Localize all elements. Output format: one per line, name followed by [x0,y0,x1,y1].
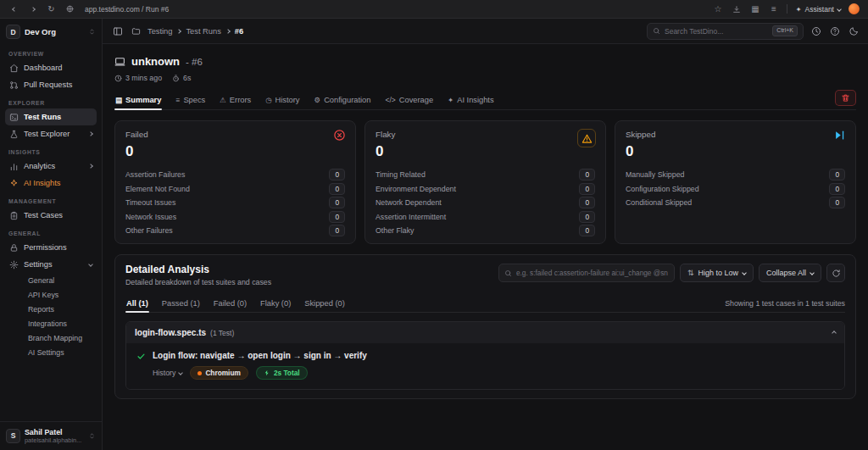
stat-value: 0 [579,183,595,195]
sidebar-item-settings-integrations[interactable]: Integrations [5,316,97,331]
panel-controls: ⇅ High to Low Collapse All [498,264,845,282]
skipped-card-title: Skipped [626,130,845,139]
sparkle-icon [9,179,19,188]
assistant-icon: ✦ [795,5,801,14]
failed-card-rows: Assertion Failures0 Element Not Found0 T… [125,169,345,236]
filter-tab-failed[interactable]: Failed (0) [213,295,248,312]
configuration-icon: ⚙ [314,97,321,104]
sidebar-item-analytics[interactable]: Analytics [5,158,97,175]
sidebar-item-test-cases[interactable]: Test Cases [5,207,97,224]
assistant-button[interactable]: ✦ Assistant [795,5,841,14]
skipped-card: Skipped 0 Manually Skipped0 Configuratio… [615,120,856,244]
sort-icon: ⇅ [687,269,694,277]
panel-titles: Detailed Analysis Detailed breakdown of … [125,264,271,286]
browser-refresh-button[interactable]: ↻ [46,3,57,14]
sidebar-item-pull-requests[interactable]: Pull Requests [5,76,97,93]
org-switcher[interactable]: D Dev Org [0,19,102,44]
download-icon[interactable] [731,3,742,14]
stat-row: Assertion Intermittent0 [376,212,595,223]
delete-run-button[interactable] [835,90,856,106]
address-bar[interactable]: app.testdino.com / Run #6 [85,5,169,14]
theme-toggle-icon[interactable] [847,26,860,36]
bookmark-star-icon[interactable]: ☆ [712,3,723,14]
stat-row: Network Dependent0 [376,197,595,208]
browser-menu-icon[interactable]: ≡ [768,3,779,14]
history-clock-icon[interactable] [810,26,822,36]
breadcrumb-testing[interactable]: Testing [147,27,172,36]
sidebar-item-ai-insights[interactable]: AI Insights [5,175,97,192]
tab-configuration[interactable]: ⚙Configuration [314,91,372,109]
browser-forward-button[interactable] [27,3,38,14]
stat-value: 0 [329,211,345,223]
refresh-button[interactable] [826,264,845,282]
stat-row: Timeout Issues0 [125,197,345,208]
sidebar-item-test-explorer[interactable]: Test Explorer [5,125,97,142]
sidebar-item-test-runs[interactable]: Test Runs [5,108,97,125]
user-menu[interactable]: S Sahil Patel patelsahil.alphabin... [0,421,102,450]
failed-card: Failed 0 Assertion Failures0 Element Not… [114,120,356,244]
filter-tab-skipped[interactable]: Skipped (0) [303,295,346,312]
sidebar-item-dashboard[interactable]: Dashboard [5,59,97,76]
user-name: Sahil Patel [25,428,84,436]
stat-row: Assertion Failures0 [125,169,345,181]
sidebar-item-settings-branch-mapping[interactable]: Branch Mapping [5,331,97,345]
top-bar: Testing Test Runs #6 Ctrl+K [103,19,868,44]
filter-tab-all[interactable]: All (1) [125,295,149,312]
browser-profile-avatar[interactable] [849,3,860,14]
tab-errors[interactable]: ⚠Errors [219,91,252,109]
flaky-card-title: Flaky [376,130,595,139]
stat-value: 0 [579,169,595,181]
search-icon [653,27,660,35]
breadcrumb-test-runs[interactable]: Test Runs [186,27,220,36]
chevron-up-icon[interactable] [832,331,836,335]
search-input[interactable] [665,27,768,36]
filter-tab-passed[interactable]: Passed (1) [161,295,201,312]
sidebar-item-permissions[interactable]: Permissions [5,239,97,256]
stat-cards: Failed 0 Assertion Failures0 Element Not… [114,120,856,244]
filter-tab-flaky[interactable]: Flaky (0) [259,295,292,312]
sidebar-item-settings[interactable]: Settings [5,256,97,273]
stat-row: Conditional Skipped0 [626,197,845,208]
section-label-management: MANAGEMENT [8,198,93,204]
stat-row: Manually Skipped0 [626,169,845,181]
chevron-down-icon [179,370,184,375]
stat-value: 0 [329,183,345,195]
sidebar-item-settings-ai-settings[interactable]: AI Settings [5,345,97,359]
tab-ai-insights[interactable]: ✦AI Insights [447,91,495,109]
tab-coverage[interactable]: </>Coverage [384,91,434,109]
browser-badge: Chromium [190,366,248,380]
warning-triangle-icon [577,129,596,147]
filter-search-input[interactable] [516,269,669,277]
gear-icon [9,260,19,269]
tab-specs[interactable]: ≡Specs [175,91,206,109]
help-icon[interactable] [828,26,841,36]
sort-dropdown[interactable]: ⇅ High to Low [680,264,754,282]
skip-forward-icon [833,129,846,142]
stat-value: 0 [829,169,845,181]
test-history-dropdown[interactable]: History [153,369,182,377]
suite-header[interactable]: login-flow.spec.ts (1 Test) [126,322,844,343]
test-case-meta: History Chromium 2s T [153,366,367,380]
org-name: Dev Org [25,27,84,36]
browser-back-button[interactable] [8,3,19,14]
tab-summary[interactable]: ▤Summary [114,91,162,109]
sidebar-item-settings-general[interactable]: General [5,273,97,287]
home-icon [9,64,19,73]
section-label-insights: INSIGHTS [8,149,93,155]
suite-count: (1 Test) [210,329,234,337]
global-search[interactable]: Ctrl+K [647,23,804,40]
sidebar-item-settings-reports[interactable]: Reports [5,302,97,316]
tab-history[interactable]: ◷History [264,91,300,109]
collapse-all-button[interactable]: Collapse All [759,264,821,282]
sidebar-toggle-icon[interactable] [111,26,124,36]
filter-search[interactable] [498,264,675,282]
stat-value: 0 [579,225,595,236]
ai-insights-icon: ✦ [448,97,453,104]
specs-icon: ≡ [175,97,180,104]
sidebar-item-settings-api-keys[interactable]: API Keys [5,287,97,302]
history-icon: ◷ [265,97,271,104]
extensions-grid-icon[interactable]: ▦ [749,3,760,14]
test-case-row[interactable]: Login flow: navigate → open login → sign… [136,351,834,380]
bar-chart-icon [9,162,19,171]
chevron-right-icon [225,29,231,34]
